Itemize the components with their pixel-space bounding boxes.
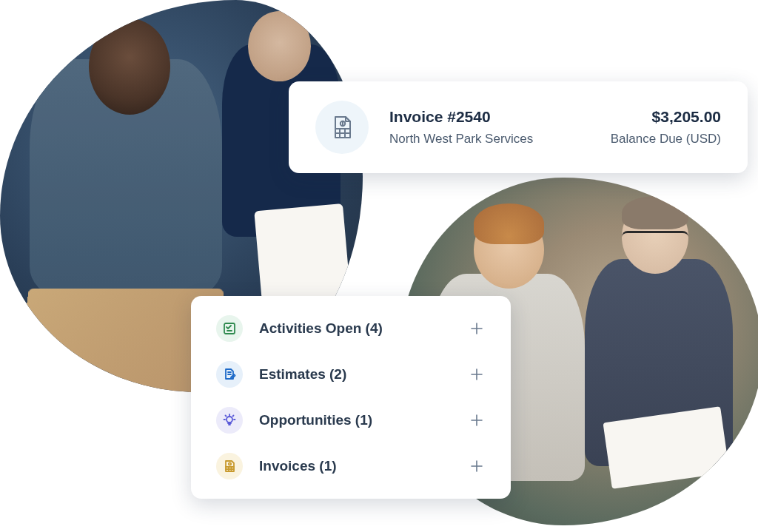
invoice-summary-card[interactable]: Invoice #2540 North West Park Services $…	[289, 81, 748, 173]
document-edit-icon	[216, 361, 243, 388]
lightbulb-icon	[216, 407, 243, 434]
invoice-amount: $3,205.00	[611, 108, 721, 126]
section-row-opportunities[interactable]: Opportunities (1)	[216, 407, 486, 434]
add-estimate-button[interactable]	[468, 366, 486, 383]
section-row-invoices[interactable]: Invoices (1)	[216, 453, 486, 479]
svg-point-3	[229, 462, 231, 465]
invoice-customer: North West Park Services	[389, 132, 533, 147]
section-label: Estimates (2)	[259, 366, 452, 383]
section-row-activities[interactable]: Activities Open (4)	[216, 315, 486, 342]
section-label: Invoices (1)	[259, 458, 452, 474]
add-activity-button[interactable]	[468, 320, 486, 337]
invoice-icon	[216, 453, 243, 479]
record-sections-panel: Activities Open (4) Estimates (2) Opport…	[191, 296, 511, 499]
invoice-balance-label: Balance Due (USD)	[611, 132, 721, 147]
invoice-title: Invoice #2540	[389, 108, 533, 126]
checklist-icon	[216, 315, 243, 342]
add-invoice-button[interactable]	[468, 457, 486, 475]
add-opportunity-button[interactable]	[468, 411, 486, 429]
section-label: Activities Open (4)	[259, 320, 452, 337]
section-row-estimates[interactable]: Estimates (2)	[216, 361, 486, 388]
svg-rect-1	[224, 323, 235, 334]
section-label: Opportunities (1)	[259, 412, 452, 428]
svg-point-2	[227, 417, 232, 422]
invoice-icon	[315, 101, 369, 154]
